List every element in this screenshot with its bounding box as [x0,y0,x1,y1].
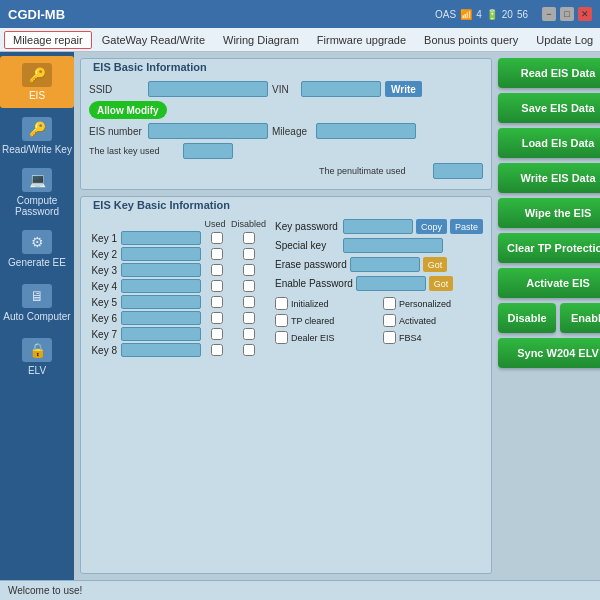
allow-modify-button[interactable]: Allow Modify [89,101,167,119]
key-7-input[interactable] [121,327,201,341]
key-row-6: Key 6 [89,311,265,325]
key-8-disabled-checkbox[interactable] [243,344,255,356]
key-6-input[interactable] [121,311,201,325]
oas-area: OAS 📶 4 🔋 20 56 [435,9,528,20]
key-1-input[interactable] [121,231,201,245]
menu-bonus-points[interactable]: Bonus points query [416,32,526,48]
menu-mileage-repair[interactable]: Mileage repair [4,31,92,49]
window-controls: − □ ✕ [542,7,592,21]
disable-button[interactable]: Disable [498,303,556,333]
mileage-input[interactable] [316,123,416,139]
battery-icon: 🔋 [486,9,498,20]
read-eis-button[interactable]: Read EIS Data [498,58,600,88]
key-password-panel: Key password Copy Paste Special key Eras… [275,219,483,359]
tp-cleared-checkbox[interactable] [275,314,288,327]
content-area: EIS Basic Information SSID VIN Write All… [74,52,600,580]
paste-button[interactable]: Paste [450,219,483,234]
key-1-used-checkbox[interactable] [211,232,223,244]
chk-initialized: Initialized [275,297,375,310]
menu-update-log[interactable]: Update Log [528,32,600,48]
key-8-input[interactable] [121,343,201,357]
penultimate-input[interactable] [433,163,483,179]
special-key-input[interactable] [343,238,443,253]
sidebar-item-elv[interactable]: 🔒 ELV [0,331,74,383]
enable-button[interactable]: Enable [560,303,600,333]
key-8-used-checkbox[interactable] [211,344,223,356]
vin-label: VIN [272,84,297,95]
sidebar-item-eis[interactable]: 🔑 EIS [0,56,74,108]
key-4-input[interactable] [121,279,201,293]
wifi-icon: 📶 [460,9,472,20]
menu-wiring-diagram[interactable]: Wiring Diagram [215,32,307,48]
key-7-used-checkbox[interactable] [211,328,223,340]
enable-password-input[interactable] [356,276,426,291]
key-password-input[interactable] [343,219,413,234]
clear-tp-button[interactable]: Clear TP Protection [498,233,600,263]
elv-label: ELV [28,365,46,376]
menu-gateway-read-write[interactable]: GateWay Read/Write [94,32,213,48]
sidebar-item-compute-password[interactable]: 💻 Compute Password [0,164,74,221]
auto-computer-label: Auto Computer [3,311,70,322]
status-bar: Welcome to use! [0,580,600,600]
erase-password-input[interactable] [350,257,420,272]
penultimate-row: The penultimate used [89,163,483,179]
key-5-input[interactable] [121,295,201,309]
eis-number-input[interactable] [148,123,268,139]
key-6-disabled-checkbox[interactable] [243,312,255,324]
disable-enable-pair: Disable Enable [498,303,600,333]
save-eis-button[interactable]: Save EIS Data [498,93,600,123]
write-eis-button[interactable]: Write EIS Data [498,163,600,193]
load-eis-button[interactable]: Load EIs Data [498,128,600,158]
key-3-used-checkbox[interactable] [211,264,223,276]
key-2-input[interactable] [121,247,201,261]
key-4-used-checkbox[interactable] [211,280,223,292]
sync-elv-button[interactable]: Sync W204 ELV [498,338,600,368]
key-row-1: Key 1 [89,231,265,245]
menu-bar: Mileage repair GateWay Read/Write Wiring… [0,28,600,52]
sidebar-item-auto-computer[interactable]: 🖥 Auto Computer [0,277,74,329]
battery-label: 20 [502,9,513,20]
sidebar-item-read-write-key[interactable]: 🔑 Read/Write Key [0,110,74,162]
key-1-disabled-check [233,232,265,244]
maximize-button[interactable]: □ [560,7,574,21]
copy-button[interactable]: Copy [416,219,447,234]
key-4-disabled-checkbox[interactable] [243,280,255,292]
activated-checkbox[interactable] [383,314,396,327]
enable-got-button[interactable]: Got [429,276,454,291]
key-2-used-checkbox[interactable] [211,248,223,260]
erase-password-row: Erase password Got [275,257,483,272]
key-4-name: Key 4 [89,281,117,292]
last-key-input[interactable] [183,143,233,159]
key-8-name: Key 8 [89,345,117,356]
sidebar-item-generate-ee[interactable]: ⚙ Generate EE [0,223,74,275]
compute-password-icon: 💻 [22,168,52,192]
initialized-checkbox[interactable] [275,297,288,310]
dealer-eis-checkbox[interactable] [275,331,288,344]
write-button[interactable]: Write [385,81,422,97]
key-5-disabled-checkbox[interactable] [243,296,255,308]
mileage-label: Mileage [272,126,312,137]
dealer-eis-label: Dealer EIS [291,333,335,343]
key-row-7: Key 7 [89,327,265,341]
key-5-used-checkbox[interactable] [211,296,223,308]
ssid-input[interactable] [148,81,268,97]
chk-tp-cleared: TP cleared [275,314,375,327]
erase-got-button[interactable]: Got [423,257,448,272]
key-2-disabled-checkbox[interactable] [243,248,255,260]
menu-firmware-upgrade[interactable]: Firmware upgrade [309,32,414,48]
key-row-4: Key 4 [89,279,265,293]
fbs4-checkbox[interactable] [383,331,396,344]
wipe-eis-button[interactable]: Wipe the EIS [498,198,600,228]
vin-input[interactable] [301,81,381,97]
key-1-disabled-checkbox[interactable] [243,232,255,244]
key-3-name: Key 3 [89,265,117,276]
minimize-button[interactable]: − [542,7,556,21]
key-3-disabled-checkbox[interactable] [243,264,255,276]
chk-fbs4: FBS4 [383,331,483,344]
personalized-checkbox[interactable] [383,297,396,310]
key-3-input[interactable] [121,263,201,277]
key-6-used-checkbox[interactable] [211,312,223,324]
close-button[interactable]: ✕ [578,7,592,21]
key-7-disabled-checkbox[interactable] [243,328,255,340]
activate-eis-button[interactable]: Activate EIS [498,268,600,298]
